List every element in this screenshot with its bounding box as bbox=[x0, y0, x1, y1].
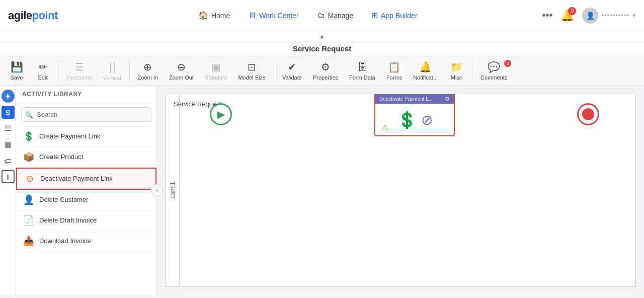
formdata-icon: 🗄 bbox=[357, 61, 367, 73]
sidebar-item-download-invoice[interactable]: 📥 Download Invoice bbox=[16, 231, 156, 252]
save-button[interactable]: 💾 Save bbox=[4, 59, 29, 83]
user-avatar: 👤 bbox=[582, 8, 598, 24]
zoomin-button[interactable]: ⊕ Zoom In bbox=[133, 59, 163, 83]
flow-task-settings-icon[interactable]: ⚙ bbox=[445, 96, 450, 102]
toolbar: 💾 Save ✏ Edit ☰ Horizontal | | Vertical … bbox=[0, 56, 644, 86]
zoomout-button[interactable]: ⊖ Zoom Out bbox=[164, 59, 199, 83]
flow-task-title: Deactivate Payment L... bbox=[379, 96, 433, 102]
download-invoice-icon: 📥 bbox=[23, 236, 34, 247]
icon-strip: + S ☰ ▦ 🏷 I bbox=[0, 86, 16, 295]
nav-appbuilder[interactable]: ⊞ App Builder bbox=[364, 7, 424, 24]
nav-workcenter[interactable]: 🖥 Work Center bbox=[241, 7, 305, 24]
canvas-container[interactable]: Service Request Lane1 bbox=[165, 94, 636, 287]
comments-badge: 0 bbox=[504, 60, 511, 67]
formdata-button[interactable]: 🗄 Form Data bbox=[344, 59, 380, 83]
sidebar-item-delete-customer[interactable]: 👤 Delete Customer bbox=[16, 190, 156, 210]
modelsize-label: Model Size bbox=[238, 74, 266, 81]
logo-text: agilepoint bbox=[8, 9, 58, 22]
vertical-icon: | | bbox=[109, 60, 115, 73]
user-menu[interactable]: 👤 •••••••••• ▾ bbox=[582, 8, 636, 24]
workcenter-icon: 🖥 bbox=[248, 11, 256, 20]
horizontal-button[interactable]: ☰ Horizontal bbox=[62, 59, 97, 83]
standard-button[interactable]: ▣ Standard bbox=[200, 59, 232, 83]
nav-manage[interactable]: 🗂 Manage bbox=[310, 7, 361, 24]
search-icon: 🔍 bbox=[25, 111, 33, 119]
chevron-up-icon: ▲ bbox=[319, 33, 325, 40]
flow-end-inner bbox=[582, 108, 594, 120]
comments-icon: 💬 bbox=[488, 61, 500, 73]
more-menu-button[interactable]: ••• bbox=[542, 10, 552, 21]
user-name: •••••••••• bbox=[601, 12, 629, 19]
flow-end-node[interactable] bbox=[577, 103, 599, 125]
sidebar-item-delete-draft-invoice[interactable]: 📄 Delete Draft Invoice bbox=[16, 210, 156, 231]
sidebar-toggle-grid[interactable]: ▦ bbox=[2, 138, 15, 151]
top-nav: agilepoint 🏠 Home 🖥 Work Center 🗂 Manage… bbox=[0, 0, 644, 31]
sidebar-item-deactivate-payment-link-label: Deactivate Payment Link bbox=[40, 175, 113, 183]
user-chevron-icon: ▾ bbox=[632, 12, 636, 19]
flow-task-body: 💲 ⊘ ⚠ bbox=[375, 104, 454, 135]
formdata-label: Form Data bbox=[349, 74, 375, 81]
sidebar-item-deactivate-payment-link[interactable]: ⊘ Deactivate Payment Link bbox=[16, 168, 156, 190]
edit-button[interactable]: ✏ Edit bbox=[30, 59, 55, 83]
validate-button[interactable]: ✔ Validate bbox=[277, 59, 307, 83]
logo: agilepoint bbox=[8, 9, 73, 22]
save-icon: 💾 bbox=[11, 61, 23, 73]
zoomin-label: Zoom In bbox=[138, 74, 158, 81]
horizontal-icon: ☰ bbox=[75, 61, 84, 73]
sidebar-toggle-list[interactable]: ☰ bbox=[2, 122, 15, 135]
sidebar-item-create-payment-link[interactable]: 💲 Create Payment Link bbox=[16, 126, 156, 147]
flow-task-node[interactable]: Deactivate Payment L... ⚙ 💲 ⊘ ⚠ bbox=[374, 94, 455, 136]
horizontal-label: Horizontal bbox=[67, 74, 92, 81]
flow-task-main-icon: 💲 bbox=[397, 110, 417, 129]
canvas-area: Service Request Lane1 bbox=[157, 86, 644, 295]
sidebar-toggle-tag[interactable]: 🏷 bbox=[2, 154, 15, 167]
comments-label: Comments bbox=[480, 74, 507, 81]
sidebar-item-create-payment-link-label: Create Payment Link bbox=[39, 132, 100, 141]
flow-start-node[interactable]: ▶ bbox=[210, 103, 232, 125]
collapse-bar[interactable]: ▲ bbox=[0, 31, 644, 41]
notifications-button[interactable]: 🔔 Notificat... bbox=[408, 59, 443, 83]
modelsize-button[interactable]: ⊡ Model Size bbox=[233, 59, 271, 83]
nav-home-label: Home bbox=[211, 12, 230, 20]
lane-label: Lane1 bbox=[166, 94, 180, 286]
create-product-icon: 📦 bbox=[23, 152, 34, 163]
comments-button[interactable]: 💬 Comments 0 bbox=[475, 59, 512, 83]
search-container: 🔍 bbox=[16, 103, 156, 126]
activity-list: 💲 Create Payment Link 📦 Create Product ⊘… bbox=[16, 126, 156, 295]
sidebar-toggle-i[interactable]: I bbox=[2, 170, 15, 183]
main-layout: + S ☰ ▦ 🏷 I ACTIVITY LIBRARY 🔍 💲 Create … bbox=[0, 86, 644, 295]
notification-button[interactable]: 🔔 0 bbox=[560, 9, 574, 22]
misc-button[interactable]: 📁 Misc bbox=[444, 59, 469, 83]
toolbar-divider-3 bbox=[274, 61, 274, 81]
flow-start-icon: ▶ bbox=[217, 108, 225, 120]
edit-label: Edit bbox=[38, 74, 48, 81]
flow-task-secondary-icon: ⊘ bbox=[421, 111, 433, 128]
toolbar-divider-2 bbox=[129, 61, 130, 81]
nav-manage-label: Manage bbox=[328, 12, 354, 20]
vertical-button[interactable]: | | Vertical bbox=[98, 58, 126, 83]
standard-label: Standard bbox=[205, 74, 227, 81]
sidebar-toggle-s[interactable]: S bbox=[2, 106, 15, 119]
sidebar-item-create-product[interactable]: 📦 Create Product bbox=[16, 147, 156, 168]
zoomout-label: Zoom Out bbox=[169, 74, 194, 81]
toolbar-divider-4 bbox=[472, 61, 472, 81]
zoomout-icon: ⊖ bbox=[177, 61, 186, 73]
forms-label: Forms bbox=[386, 74, 402, 81]
add-button[interactable]: + bbox=[2, 90, 15, 103]
activity-library: ACTIVITY LIBRARY 🔍 💲 Create Payment Link… bbox=[16, 86, 157, 295]
sidebar-item-create-product-label: Create Product bbox=[39, 153, 83, 162]
nav-links: 🏠 Home 🖥 Work Center 🗂 Manage ⊞ App Buil… bbox=[191, 7, 425, 24]
sidebar-collapse-button[interactable]: ‹ bbox=[151, 184, 163, 196]
nav-home[interactable]: 🏠 Home bbox=[191, 7, 237, 24]
sidebar-item-delete-customer-label: Delete Customer bbox=[39, 196, 89, 204]
forms-button[interactable]: 📋 Forms bbox=[381, 59, 407, 83]
edit-icon: ✏ bbox=[39, 61, 47, 73]
delete-customer-icon: 👤 bbox=[23, 194, 34, 205]
forms-icon: 📋 bbox=[388, 61, 400, 73]
search-input[interactable] bbox=[21, 107, 151, 122]
misc-icon: 📁 bbox=[450, 61, 463, 73]
properties-button[interactable]: ⚙ Properties bbox=[308, 59, 343, 83]
page-title-text: Service Request bbox=[293, 44, 352, 53]
deactivate-payment-link-icon: ⊘ bbox=[24, 173, 35, 184]
zoomin-icon: ⊕ bbox=[143, 61, 152, 73]
